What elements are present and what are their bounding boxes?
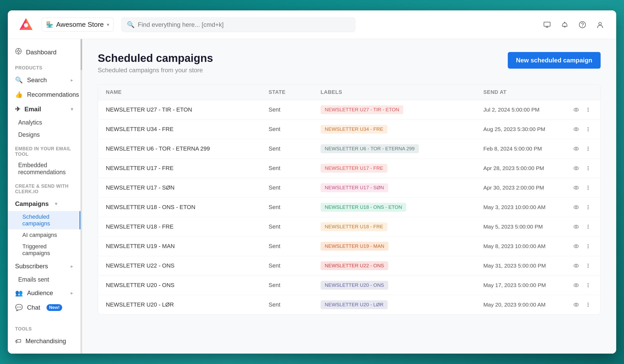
cell-actions-3 [572,164,593,173]
view-icon-9[interactable] [572,281,581,290]
more-icon-2[interactable] [584,144,593,153]
svg-point-55 [588,283,589,284]
more-icon-1[interactable] [584,125,593,134]
svg-point-50 [588,264,589,265]
svg-point-13 [574,128,578,131]
sidebar-sub-analytics[interactable]: Analytics [8,116,80,129]
screen-icon[interactable] [541,19,553,30]
tools-section: TOOLS [8,321,80,334]
sidebar-sub-embedded[interactable]: Embedded recommendations [8,159,80,178]
more-icon-8[interactable] [584,261,593,270]
cell-actions-10 [572,300,593,309]
label-badge-5: NEWSLETTER U18 - ONS - ETON [321,203,406,212]
label-badge-6: NEWSLETTER U18 - FRE [321,222,387,231]
search-input[interactable] [138,21,350,28]
svg-point-18 [574,147,578,150]
view-icon-5[interactable] [572,203,581,212]
view-icon-1[interactable] [572,125,581,134]
cell-date-1: Aug 25, 2023 5:30:00 PM [483,126,572,132]
audience-icon: 👥 [15,289,23,297]
subscribers-label: Subscribers [15,263,48,270]
svg-point-17 [588,130,589,131]
merchandising-label: Merchandising [25,337,66,345]
store-icon: 🏪 [46,21,53,28]
label-badge-1: NEWSLETTER U34 - FRE [321,125,387,134]
email-arrow-icon: ▾ [71,106,73,112]
topbar: 🏪 Awesome Store ▾ 🔍 [8,10,616,39]
recommendations-label: Recommendations [27,91,79,98]
cell-labels-6: NEWSLETTER U18 - FRE [321,222,483,231]
svg-point-42 [588,228,589,229]
view-icon-8[interactable] [572,261,581,270]
store-selector[interactable]: 🏪 Awesome Store ▾ [42,18,114,31]
svg-point-2 [564,22,565,23]
svg-point-20 [588,147,589,148]
more-icon-10[interactable] [584,300,593,309]
sidebar-sub-emails-sent[interactable]: Emails sent [8,274,80,286]
more-icon-9[interactable] [584,281,593,290]
sidebar-item-subscribers[interactable]: Subscribers ▸ [8,259,80,274]
svg-point-28 [574,186,578,189]
label-badge-4: NEWSLETTER U17 - SØN [321,183,388,192]
cell-actions-8 [572,261,593,270]
cell-state-1: Sent [269,126,321,133]
sidebar-sub-ai[interactable]: AI campaigns [8,229,80,241]
audience-arrow-icon: ▸ [71,290,73,296]
view-icon-2[interactable] [572,144,581,153]
view-icon-7[interactable] [572,242,581,251]
more-icon-3[interactable] [584,164,593,173]
view-icon-10[interactable] [572,300,581,309]
col-state: STATE [269,89,321,95]
cell-state-0: Sent [269,106,321,113]
label-badge-8: NEWSLETTER U22 - ONS [321,261,388,270]
notification-icon[interactable] [559,19,570,30]
more-icon-6[interactable] [584,222,593,231]
view-icon-0[interactable] [572,105,581,114]
sidebar-item-merchandising[interactable]: 🏷 Merchandising [8,334,80,348]
svg-point-0 [24,23,28,27]
svg-point-25 [588,166,589,167]
cell-date-0: Jul 2, 2024 5:00:00 PM [483,107,572,113]
table-row: NEWSLETTER U18 - ONS - ETON Sent NEWSLET… [98,198,600,217]
cell-date-8: May 31, 2023 5:00:00 PM [483,263,572,269]
sidebar-item-recommendations[interactable]: 👍 Recommendations ▸ [8,87,80,102]
new-campaign-button[interactable]: New scheduled campaign [508,52,601,69]
scheduled-campaigns-label: Scheduled campaigns [22,213,72,227]
sidebar-sub-triggered[interactable]: Triggered campaigns [8,241,80,259]
campaigns-label: Campaigns [15,200,49,207]
cell-date-3: Apr 28, 2023 5:00:00 PM [483,165,572,171]
svg-point-49 [575,265,577,266]
view-icon-6[interactable] [572,222,581,231]
sidebar-item-campaigns[interactable]: Campaigns ▾ [8,197,80,211]
help-icon[interactable] [577,19,588,30]
cell-labels-4: NEWSLETTER U17 - SØN [321,183,483,192]
more-icon-7[interactable] [584,242,593,251]
svg-point-16 [588,129,589,130]
more-icon-4[interactable] [584,183,593,192]
table-row: NEWSLETTER U18 - FRE Sent NEWSLETTER U18… [98,217,600,237]
sidebar-sub-designs[interactable]: Designs [8,129,80,141]
search-icon: 🔍 [127,21,135,28]
svg-point-4 [582,26,583,27]
sidebar-item-search[interactable]: 🔍 Search ▸ [8,73,80,87]
label-badge-3: NEWSLETTER U17 - FRE [321,164,387,173]
cell-name-10: NEWSLETTER U20 - LØR [106,301,269,308]
search-nav-label: Search [27,76,47,84]
view-icon-4[interactable] [572,183,581,192]
sidebar-item-email[interactable]: ✈ Email ▾ [8,102,80,116]
sidebar-item-dashboard[interactable]: Dashboard [8,44,80,60]
search-nav-icon: 🔍 [15,76,23,84]
view-icon-3[interactable] [572,164,581,173]
col-actions [572,89,593,95]
sidebar-sub-scheduled[interactable]: Scheduled campaigns [8,211,80,229]
more-icon-5[interactable] [584,203,593,212]
sidebar-item-audience[interactable]: 👥 Audience ▸ [8,286,80,300]
svg-point-5 [599,22,601,25]
more-icon-0[interactable] [584,105,593,114]
user-icon[interactable] [594,19,606,30]
cell-state-2: Sent [269,145,321,152]
cell-actions-6 [572,222,593,231]
svg-point-62 [588,306,589,307]
cell-date-2: Feb 8, 2024 5:00:00 PM [483,146,572,152]
sidebar-item-chat[interactable]: 💬 Chat New! [8,300,80,315]
